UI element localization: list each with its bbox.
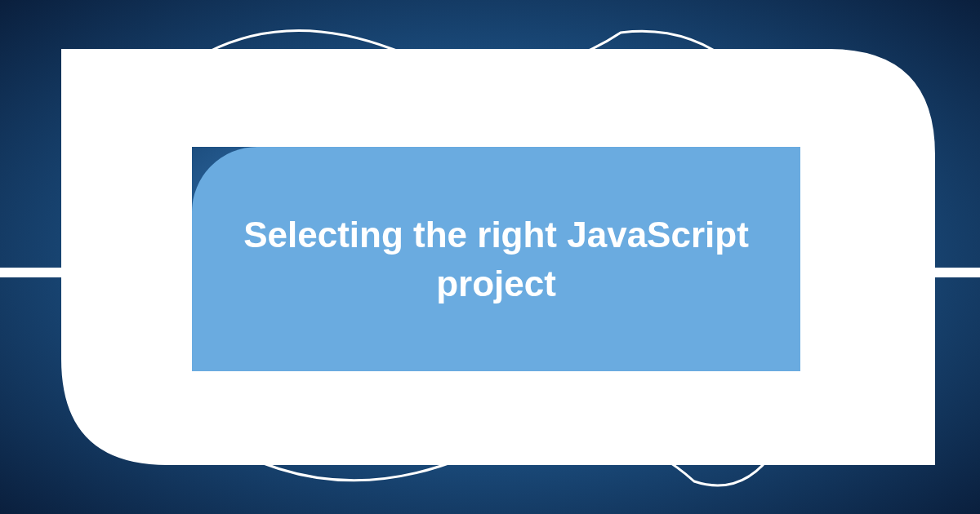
decorative-line-left [0,268,65,277]
page-title: Selecting the right JavaScript project [192,210,800,308]
title-panel: Selecting the right JavaScript project [192,147,800,371]
decorative-line-right [935,268,980,277]
